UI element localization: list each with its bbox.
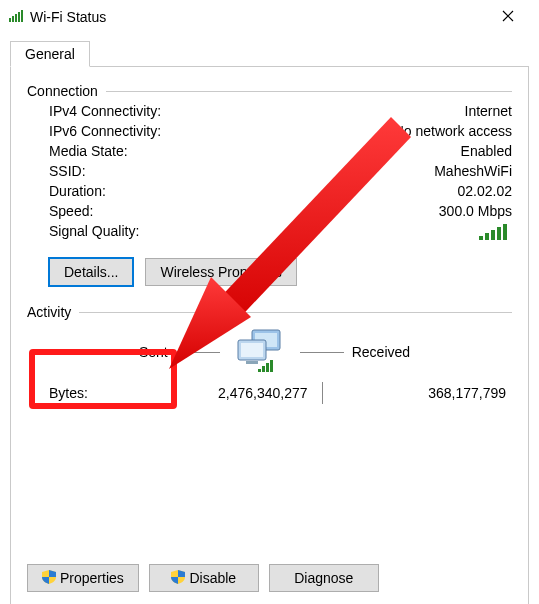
disable-button[interactable]: Disable	[149, 564, 259, 592]
ipv6-connectivity-value: No network access	[394, 123, 512, 139]
ssid-label: SSID:	[49, 163, 86, 179]
window-title: Wi-Fi Status	[30, 9, 485, 25]
disable-button-label: Disable	[189, 570, 236, 586]
divider	[106, 91, 512, 92]
group-connection-header: Connection	[27, 83, 512, 99]
network-computers-icon	[228, 328, 292, 376]
properties-button[interactable]: Properties	[27, 564, 139, 592]
group-connection-label: Connection	[27, 83, 98, 99]
divider	[79, 312, 512, 313]
speed-label: Speed:	[49, 203, 93, 219]
details-button[interactable]: Details...	[49, 258, 133, 286]
uac-shield-icon	[42, 570, 56, 587]
svg-rect-18	[270, 360, 273, 372]
signal-bars-icon	[478, 223, 512, 244]
ipv4-connectivity-label: IPv4 Connectivity:	[49, 103, 161, 119]
bytes-received-value: 368,177,799	[338, 385, 513, 401]
wifi-signal-icon	[8, 8, 24, 27]
svg-rect-9	[503, 224, 507, 240]
diagnose-button[interactable]: Diagnose	[269, 564, 379, 592]
ssid-value: MaheshWiFi	[434, 163, 512, 179]
group-activity-label: Activity	[27, 304, 71, 320]
divider	[300, 352, 344, 353]
duration-value: 02.02.02	[458, 183, 513, 199]
svg-rect-17	[266, 363, 269, 372]
wireless-properties-button[interactable]: Wireless Properties	[145, 258, 296, 286]
close-icon	[502, 9, 514, 25]
svg-rect-3	[18, 12, 20, 22]
activity-received-label: Received	[352, 344, 410, 360]
svg-rect-15	[258, 369, 261, 372]
svg-rect-4	[21, 10, 23, 22]
group-activity-header: Activity	[27, 304, 512, 320]
properties-button-label: Properties	[60, 570, 124, 586]
ipv6-connectivity-label: IPv6 Connectivity:	[49, 123, 161, 139]
bytes-sent-value: 2,476,340,277	[139, 385, 308, 401]
svg-rect-7	[491, 230, 495, 240]
svg-rect-0	[9, 18, 11, 22]
duration-label: Duration:	[49, 183, 106, 199]
ipv4-connectivity-value: Internet	[465, 103, 512, 119]
close-button[interactable]	[485, 2, 531, 32]
svg-rect-14	[246, 361, 258, 364]
speed-value: 300.0 Mbps	[439, 203, 512, 219]
svg-rect-1	[12, 16, 14, 22]
tab-general[interactable]: General	[10, 41, 90, 67]
uac-shield-icon	[171, 570, 185, 587]
activity-sent-label: Sent	[139, 344, 168, 360]
media-state-label: Media State:	[49, 143, 128, 159]
svg-rect-5	[479, 236, 483, 240]
divider	[176, 352, 220, 353]
bytes-label: Bytes:	[49, 385, 139, 401]
divider	[322, 382, 323, 404]
svg-rect-8	[497, 227, 501, 240]
svg-rect-2	[15, 14, 17, 22]
signal-quality-label: Signal Quality:	[49, 223, 139, 244]
media-state-value: Enabled	[461, 143, 512, 159]
svg-rect-16	[262, 366, 265, 372]
svg-rect-13	[241, 343, 263, 357]
svg-rect-6	[485, 233, 489, 240]
